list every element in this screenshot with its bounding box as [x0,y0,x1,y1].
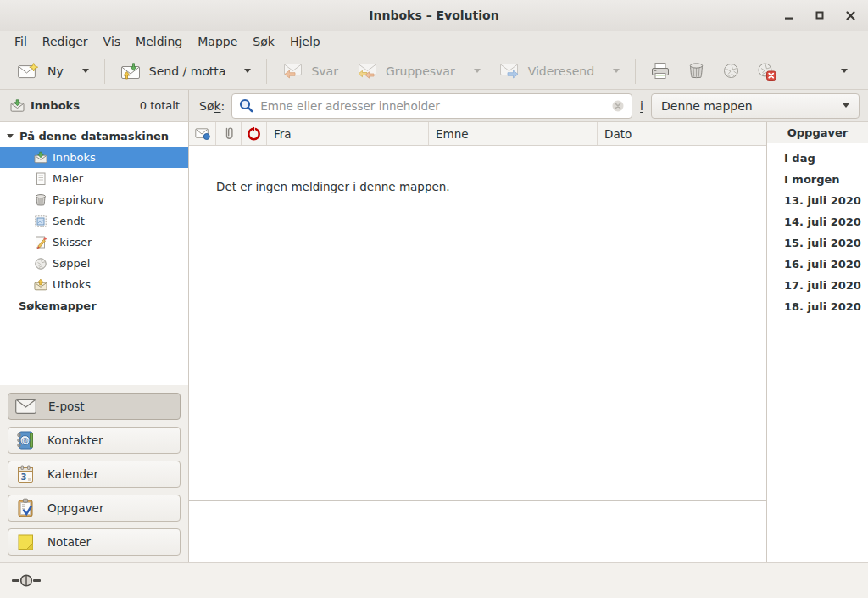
folder-tree: På denne datamaskinen Innboks [0,122,188,316]
send-receive-label: Send / motta [149,64,226,78]
group-reply-icon [357,63,377,79]
forward-dropdown[interactable] [604,64,629,78]
menu-hjelp[interactable]: Hjelp [282,32,328,51]
new-mail-icon [18,63,39,79]
todo-group-today[interactable]: I dag [767,148,868,169]
junk-icon [722,62,740,80]
print-button[interactable] [642,58,679,84]
folder-label: Skisser [53,236,92,249]
folder-item-sendt[interactable]: Sendt [0,210,188,232]
group-reply-dropdown[interactable] [465,64,490,78]
inbox-icon [10,99,25,112]
reply-label: Svar [311,64,338,78]
column-read-status[interactable] [189,122,216,145]
folder-item-papirkurv[interactable]: Papirkurv [0,189,188,210]
switcher-memos-button[interactable]: Notater [8,528,181,556]
new-message-label: Ny [47,64,64,78]
switcher-label: Oppgaver [47,501,103,515]
todo-group-tomorrow[interactable]: I morgen [767,169,868,190]
outbox-icon [34,278,47,291]
todo-group-date[interactable]: 18. juli 2020 [767,296,868,317]
column-from[interactable]: Fra [267,122,429,145]
search-scope-value: Denne mappen [661,99,753,113]
forward-button[interactable]: Videresend [490,59,604,83]
switcher-label: Kalender [47,467,98,481]
switcher-tasks-button[interactable]: Oppgaver [8,495,181,522]
maximize-button[interactable] [809,4,831,26]
not-junk-button[interactable] [748,58,785,85]
online-status-plug-icon[interactable] [12,573,41,588]
todo-bar-header: Oppgaver [767,122,868,143]
folder-item-utboks[interactable]: Utboks [0,274,188,295]
clear-search-icon[interactable] [611,99,625,113]
toolbar-separator [266,59,267,84]
tree-root-on-this-computer[interactable]: På denne datamaskinen [0,126,188,147]
chevron-down-icon [843,103,849,108]
menu-fil[interactable]: Fil [7,32,35,51]
search-scope-dropdown[interactable]: Denne mappen [651,93,860,119]
column-attachment[interactable] [216,122,242,145]
view-switcher: E-post @ Kontakter [0,385,188,562]
mail-icon [15,399,36,414]
todo-group-date[interactable]: 17. juli 2020 [767,275,868,296]
column-date[interactable]: Dato [598,122,766,145]
folder-sidebar: På denne datamaskinen Innboks [0,122,189,562]
folder-message-count: 0 totalt [140,99,180,112]
switcher-label: Kontakter [47,433,103,447]
current-folder-name: Innboks [31,99,80,112]
minimize-button[interactable] [778,4,800,26]
minimize-icon [784,10,794,20]
column-subject[interactable]: Emne [429,122,598,145]
todo-group-date[interactable]: 13. juli 2020 [767,190,868,211]
folder-item-maler[interactable]: Maler [0,168,188,189]
search-row: Innboks 0 totalt Søk: i Denne mappen [0,90,868,122]
tasks-icon [15,498,36,518]
close-button[interactable] [839,4,861,26]
delete-button[interactable] [679,58,714,84]
not-junk-icon [757,62,776,81]
menu-rediger[interactable]: Rediger [35,32,96,51]
todo-bar-items: I dag I morgen 13. juli 2020 14. juli 20… [767,143,868,317]
toolbar: Ny Send / motta Svar [0,53,868,90]
toolbar-separator [104,59,105,84]
search-box [231,93,632,119]
inbox-icon [34,151,47,164]
switcher-mail-button[interactable]: E-post [8,393,181,420]
reply-button[interactable]: Svar [273,59,348,83]
empty-folder-message: Det er ingen meldinger i denne mappen. [216,180,450,193]
contacts-icon: @ [15,430,36,450]
expander-icon[interactable] [7,134,14,138]
folder-item-soppel[interactable]: Søppel [0,253,188,274]
menu-sok[interactable]: Søk [245,32,282,51]
new-message-button[interactable]: Ny [8,59,73,83]
switcher-contacts-button[interactable]: @ Kontakter [8,427,181,454]
sent-icon [34,215,47,228]
todo-group-date[interactable]: 15. juli 2020 [767,232,868,254]
send-receive-dropdown[interactable] [235,64,260,78]
junk-icon [34,257,47,271]
tree-root-search-folders[interactable]: Søkemapper [0,295,188,316]
message-status-icon [195,128,210,140]
toolbar-overflow-button[interactable] [831,64,858,78]
new-message-dropdown[interactable] [73,64,98,78]
send-receive-button[interactable]: Send / motta [111,59,236,84]
todo-group-date[interactable]: 14. juli 2020 [767,211,868,232]
drafts-icon [34,236,47,249]
menu-vis[interactable]: Vis [96,32,128,51]
folder-item-skisser[interactable]: Skisser [0,232,188,253]
menu-mappe[interactable]: Mappe [190,32,245,51]
column-important[interactable] [242,122,267,145]
svg-text:3: 3 [21,472,27,482]
content-area: På denne datamaskinen Innboks [0,122,868,562]
group-reply-button[interactable]: Gruppesvar [348,59,465,83]
junk-button[interactable] [714,58,748,84]
preview-pane [189,500,766,562]
message-list-body: Det er ingen meldinger i denne mappen. [189,146,766,500]
search-input[interactable] [260,99,604,113]
switcher-calendar-button[interactable]: 3 Kalender [8,461,181,488]
toolbar-separator [635,59,636,84]
folder-item-innboks[interactable]: Innboks [0,147,188,168]
current-folder-header: Innboks 0 totalt [0,90,189,121]
todo-group-date[interactable]: 16. juli 2020 [767,254,868,275]
menu-melding[interactable]: Melding [128,32,190,51]
